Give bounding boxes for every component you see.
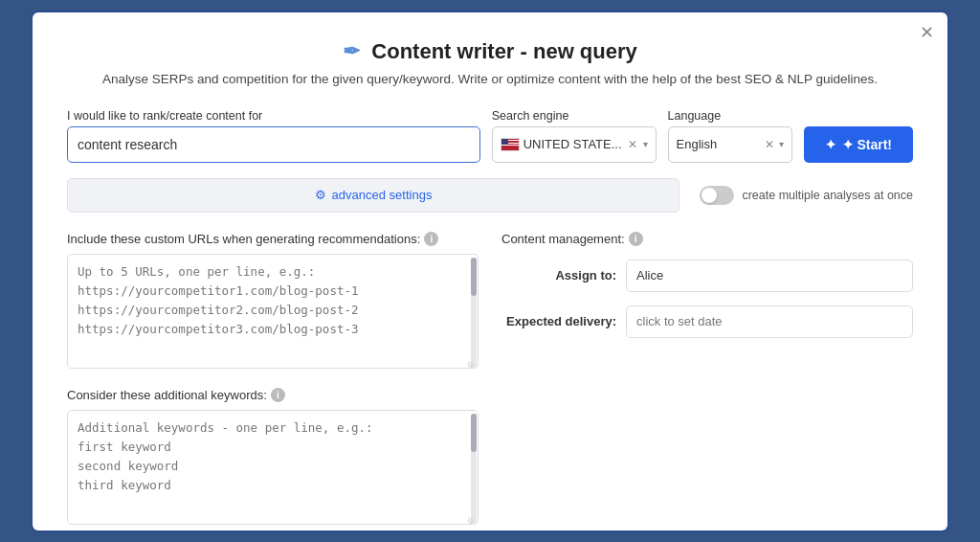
multiple-analyses-toggle[interactable] xyxy=(700,186,734,205)
start-label: ✦ Start! xyxy=(842,137,892,152)
custom-urls-wrap: ⟱ xyxy=(67,254,479,373)
keyword-label: I would like to rank/create content for xyxy=(67,109,480,123)
additional-keywords-textarea[interactable] xyxy=(67,410,479,525)
custom-urls-scrollbar[interactable] xyxy=(471,258,477,369)
advanced-settings-label: advanced settings xyxy=(332,188,433,202)
modal-container: ✕ ✒ Content writer - new query Analyse S… xyxy=(31,11,949,532)
toggle-group: create multiple analyses at once xyxy=(700,186,913,205)
language-select[interactable]: English ✕ ▾ xyxy=(668,126,792,163)
additional-keywords-scrollbar[interactable] xyxy=(471,414,477,525)
flag-us-icon xyxy=(501,138,520,151)
language-label: Language xyxy=(668,109,792,123)
custom-urls-label: Include these custom URLs when generatin… xyxy=(67,232,479,246)
custom-urls-resize-handle[interactable]: ⟱ xyxy=(467,361,477,371)
start-icon: ✦ xyxy=(825,137,836,152)
language-group: Language English ✕ ▾ xyxy=(668,109,792,163)
additional-keywords-wrap: ⟱ xyxy=(67,410,479,529)
modal-subtitle: Analyse SERPs and competition for the gi… xyxy=(67,72,913,86)
content-management-label: Content management: i xyxy=(501,232,913,246)
advanced-settings-button[interactable]: ⚙ advanced settings xyxy=(67,178,679,213)
additional-keywords-resize-handle[interactable]: ⟱ xyxy=(467,517,477,527)
additional-keywords-scrollbar-thumb xyxy=(471,414,477,452)
assign-to-row: Assign to: xyxy=(501,260,913,292)
start-group: ✦ ✦ Start! xyxy=(804,126,913,163)
assign-to-input[interactable] xyxy=(626,260,913,292)
assign-to-label: Assign to: xyxy=(501,268,616,282)
close-button[interactable]: ✕ xyxy=(920,24,934,41)
content-mgmt-info-icon[interactable]: i xyxy=(629,232,643,246)
settings-icon: ⚙ xyxy=(315,188,326,202)
keyword-input[interactable] xyxy=(67,126,480,163)
expected-delivery-label: Expected delivery: xyxy=(501,314,616,328)
modal-overlay: ✕ ✒ Content writer - new query Analyse S… xyxy=(0,0,980,542)
custom-urls-textarea[interactable] xyxy=(67,254,479,369)
keyword-group: I would like to rank/create content for xyxy=(67,109,480,163)
main-form-row: I would like to rank/create content for … xyxy=(67,109,913,163)
search-engine-clear-icon[interactable]: ✕ xyxy=(628,138,637,151)
right-column: Content management: i Assign to: Expecte… xyxy=(501,232,913,529)
language-value: English xyxy=(677,137,718,151)
expected-delivery-input[interactable] xyxy=(626,305,913,338)
search-engine-group: Search engine UNITED STATE... ✕ ▾ xyxy=(492,109,657,163)
search-engine-arrow-icon[interactable]: ▾ xyxy=(643,139,648,149)
left-column: Include these custom URLs when generatin… xyxy=(67,232,479,529)
search-engine-label: Search engine xyxy=(492,109,657,123)
feather-icon: ✒ xyxy=(343,39,360,63)
modal-title: ✒ Content writer - new query xyxy=(67,39,913,64)
search-engine-select[interactable]: UNITED STATE... ✕ ▾ xyxy=(492,126,657,163)
start-button[interactable]: ✦ ✦ Start! xyxy=(804,126,913,163)
language-arrow-icon[interactable]: ▾ xyxy=(779,139,784,149)
additional-keywords-label: Consider these additional keywords: i xyxy=(67,388,479,402)
additional-keywords-info-icon[interactable]: i xyxy=(271,388,285,402)
custom-urls-scrollbar-thumb xyxy=(471,258,477,296)
advanced-row: ⚙ advanced settings create multiple anal… xyxy=(67,178,913,213)
toggle-label: create multiple analyses at once xyxy=(742,189,913,202)
language-clear-icon[interactable]: ✕ xyxy=(765,138,774,151)
search-engine-value: UNITED STATE... xyxy=(523,137,622,151)
two-column-section: Include these custom URLs when generatin… xyxy=(67,232,913,529)
custom-urls-info-icon[interactable]: i xyxy=(424,232,438,246)
expected-delivery-row: Expected delivery: xyxy=(501,305,913,338)
